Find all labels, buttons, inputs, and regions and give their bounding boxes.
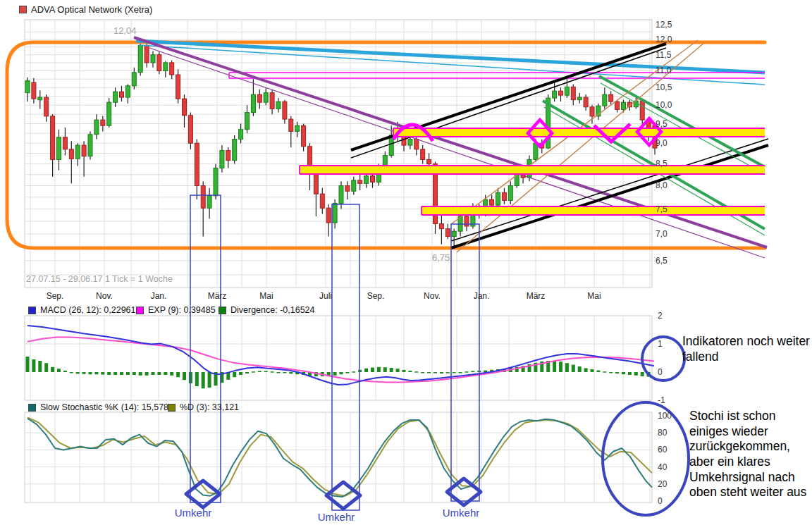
exp-swatch-icon: [136, 307, 144, 314]
macd-legend-item-exp: EXP (9): 0,39485: [136, 305, 216, 315]
price-axis-tick: 7,0: [656, 229, 668, 239]
date-axis-tick: Nov.: [424, 291, 441, 301]
date-axis-tick: März: [527, 291, 546, 301]
price-axis-tick: 8,0: [656, 180, 668, 190]
umkehr-label: Umkehr: [318, 511, 355, 523]
stoch-axis-tick: 100: [658, 411, 672, 421]
date-axis-tick: Mai: [587, 291, 601, 301]
macd-axis-tick: 2: [658, 311, 663, 321]
macd-annotation-note: Indikatoren noch weiter fallend: [682, 334, 812, 364]
price-axis-tick: 11,0: [656, 66, 671, 75]
chart-title: ADVA Optical Network (Xetra): [31, 4, 152, 15]
date-axis-tick: Jan.: [474, 291, 490, 301]
price-axis-tick: 12,5: [656, 20, 672, 30]
divergence-swatch-icon: [219, 307, 226, 314]
macd-axis-tick: 1: [658, 339, 663, 349]
date-axis-tick: März: [208, 291, 227, 301]
stoch-legend-item-k: Slow Stochastic %K (14): 15,578: [28, 402, 168, 412]
price-axis-tick: 8,5: [656, 159, 668, 168]
date-axis-tick: Juli: [319, 291, 332, 301]
price-axis-tick: 9,5: [656, 119, 668, 129]
price-axis-tick: 10,5: [656, 82, 672, 92]
macd-axis-tick: 0: [658, 367, 663, 377]
price-axis-tick: 12,0: [656, 35, 672, 44]
macd-legend-item-macd: MACD (26, 12): 0,22961: [28, 305, 136, 315]
price-axis-tick: 11,5: [656, 50, 671, 60]
umkehr-label: Umkehr: [443, 507, 480, 519]
peak-price-label: 12,04: [113, 25, 137, 36]
macd-legend-item-divergence: Divergence: -0,16524: [219, 305, 315, 315]
chart-legend: ADVA Optical Network (Xetra): [19, 4, 152, 15]
date-axis-tick: Sep.: [47, 291, 64, 301]
trough-price-label: 6,75: [432, 252, 450, 263]
timeframe-note: 27.07.15 - 29.06.17 1 Tick = 1 Woche: [26, 274, 173, 284]
price-axis-tick: 9,0: [656, 138, 668, 148]
stoch-k-legend-label: Slow Stochastic %K (14): 15,578: [40, 402, 168, 412]
stoch-legend-item-d: %D (3): 33,121: [168, 402, 239, 412]
umkehr-label: Umkehr: [175, 507, 212, 519]
price-axis-tick: 6,5: [656, 256, 668, 266]
stoch-axis-tick: 20: [658, 479, 667, 489]
stoch-axis-tick: 60: [658, 445, 667, 455]
date-axis-tick: Mai: [259, 291, 273, 301]
stoch-d-legend-label: %D (3): 33,121: [180, 402, 239, 412]
macd-axis-tick: -1: [658, 395, 665, 405]
date-axis-tick: Nov.: [96, 291, 113, 301]
date-axis-tick: Sep.: [367, 291, 385, 301]
stoch-annotation-note: Stochi ist schon einiges wieder zurückge…: [689, 409, 812, 500]
stoch-axis-tick: 80: [658, 428, 667, 438]
stoch-axis-tick: 40: [658, 462, 667, 472]
price-axis-tick: 10,0: [656, 100, 672, 110]
price-axis-tick: 7,5: [656, 204, 668, 214]
stoch-d-swatch-icon: [168, 404, 176, 412]
date-axis-tick: Jan.: [151, 291, 167, 301]
stoch-k-swatch-icon: [28, 404, 36, 412]
macd-legend-label: MACD (26, 12): 0,22961: [40, 305, 136, 315]
macd-swatch-icon: [28, 307, 36, 314]
exp-legend-label: EXP (9): 0,39485: [148, 305, 216, 315]
chart-page: ADVA Optical Network (Xetra) 12,04 6,75 …: [0, 0, 812, 525]
stoch-axis-tick: 0: [658, 496, 663, 506]
series-swatch-icon: [19, 6, 27, 13]
divergence-legend-label: Divergence: -0,16524: [230, 305, 315, 315]
